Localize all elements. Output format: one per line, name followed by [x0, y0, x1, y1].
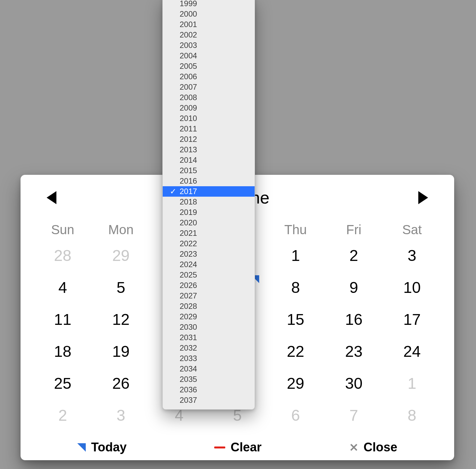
day-cell[interactable]: 26 [92, 374, 150, 392]
day-number: 8 [291, 279, 300, 296]
weekday-header: Fri [325, 222, 383, 239]
year-option[interactable]: ✓2025 [163, 270, 255, 280]
year-option-label: 2021 [180, 229, 197, 238]
day-number: 23 [345, 342, 362, 360]
day-cell[interactable]: 29 [92, 247, 150, 265]
day-cell[interactable]: 22 [266, 342, 325, 360]
year-option[interactable]: ✓2012 [163, 134, 255, 144]
year-option[interactable]: ✓2032 [163, 343, 255, 353]
year-option[interactable]: ✓2035 [163, 374, 255, 385]
year-option-label: 2024 [180, 260, 197, 269]
day-cell[interactable]: 18 [34, 342, 92, 360]
day-number: 1 [408, 374, 416, 392]
year-option[interactable]: ✓2011 [163, 124, 255, 134]
year-option[interactable]: ✓2000 [163, 9, 255, 19]
year-dropdown-list[interactable]: ✓1999✓2000✓2001✓2002✓2003✓2004✓2005✓2006… [162, 0, 255, 410]
year-option-label: 2016 [180, 176, 197, 186]
year-option-label: 2013 [180, 145, 197, 154]
year-option[interactable]: ✓2003 [163, 40, 255, 51]
year-option-label: 2009 [180, 103, 197, 113]
clear-button-label: Clear [231, 440, 261, 454]
day-cell[interactable]: 10 [383, 279, 441, 296]
day-cell[interactable]: 2 [325, 247, 383, 265]
day-cell[interactable]: 19 [92, 342, 150, 360]
day-cell[interactable]: 9 [325, 279, 383, 296]
day-cell[interactable]: 17 [383, 310, 441, 328]
year-option[interactable]: ✓2023 [163, 249, 255, 259]
year-option-label: 2014 [180, 156, 197, 165]
day-cell[interactable]: 8 [383, 406, 441, 424]
year-option[interactable]: ✓2006 [163, 71, 255, 82]
clear-button[interactable]: Clear [214, 440, 261, 454]
year-option[interactable]: ✓2019 [163, 207, 255, 218]
year-option[interactable]: ✓2016 [163, 176, 255, 186]
year-option[interactable]: ✓2036 [163, 385, 255, 395]
year-option[interactable]: ✓2008 [163, 92, 255, 103]
year-option[interactable]: ✓2007 [163, 82, 255, 92]
day-number: 3 [408, 247, 416, 265]
day-number: 29 [287, 374, 304, 392]
day-cell[interactable]: 6 [266, 406, 325, 424]
year-option[interactable]: ✓2004 [163, 51, 255, 61]
year-option[interactable]: ✓2009 [163, 103, 255, 113]
day-cell[interactable]: 11 [34, 310, 92, 328]
day-cell[interactable]: 16 [325, 310, 383, 328]
year-option-label: 2000 [180, 9, 197, 19]
day-number: 6 [291, 406, 300, 424]
day-cell[interactable]: 1 [383, 374, 441, 392]
year-option[interactable]: ✓2037 [163, 395, 255, 405]
year-option[interactable]: ✓2028 [163, 301, 255, 311]
year-option[interactable]: ✓2030 [163, 322, 255, 332]
year-option[interactable]: ✓2031 [163, 332, 255, 343]
year-option-label: 2015 [180, 166, 197, 175]
day-number: 10 [403, 279, 421, 296]
year-option[interactable]: ✓2017 [163, 186, 255, 197]
day-number: 25 [54, 374, 71, 392]
next-month-button[interactable] [418, 191, 428, 204]
day-cell[interactable]: 29 [266, 374, 325, 392]
year-option-label: 2037 [180, 396, 197, 405]
year-option[interactable]: ✓2015 [163, 165, 255, 176]
year-option[interactable]: ✓2013 [163, 144, 255, 155]
day-cell[interactable]: 8 [266, 279, 325, 296]
day-cell[interactable]: 3 [92, 406, 150, 424]
day-number: 26 [112, 374, 129, 392]
year-option[interactable]: ✓2002 [163, 30, 255, 40]
day-cell[interactable]: 12 [92, 310, 150, 328]
day-cell[interactable]: 2 [34, 406, 92, 424]
year-option[interactable]: ✓2022 [163, 238, 255, 249]
year-option-label: 2011 [180, 124, 197, 133]
year-option[interactable]: ✓2029 [163, 311, 255, 322]
year-option-label: 2020 [180, 218, 197, 227]
day-cell[interactable]: 4 [34, 279, 92, 296]
day-cell[interactable]: 25 [34, 374, 92, 392]
year-option[interactable]: ✓2005 [163, 61, 255, 71]
day-cell[interactable]: 23 [325, 342, 383, 360]
day-cell[interactable]: 15 [266, 310, 325, 328]
day-cell[interactable]: 24 [383, 342, 441, 360]
day-number: 7 [350, 406, 358, 424]
year-option[interactable]: ✓2027 [163, 291, 255, 301]
day-cell[interactable]: 30 [325, 374, 383, 392]
year-option-label: 2028 [180, 302, 197, 311]
year-option[interactable]: ✓2026 [163, 280, 255, 291]
prev-month-button[interactable] [47, 191, 56, 204]
year-option[interactable]: ✓1999 [163, 0, 255, 9]
today-button[interactable]: Today [77, 440, 126, 454]
year-option-label: 2026 [180, 281, 197, 290]
day-cell[interactable]: 1 [266, 247, 325, 265]
year-option[interactable]: ✓2021 [163, 228, 255, 238]
close-button[interactable]: ✕ Close [349, 440, 397, 454]
year-option[interactable]: ✓2020 [163, 218, 255, 228]
day-cell[interactable]: 7 [325, 406, 383, 424]
year-option[interactable]: ✓2001 [163, 19, 255, 30]
year-option[interactable]: ✓2014 [163, 155, 255, 165]
day-cell[interactable]: 5 [92, 279, 150, 296]
year-option[interactable]: ✓2018 [163, 197, 255, 207]
year-option[interactable]: ✓2010 [163, 113, 255, 124]
day-cell[interactable]: 3 [383, 247, 441, 265]
year-option[interactable]: ✓2024 [163, 259, 255, 270]
year-option[interactable]: ✓2033 [163, 353, 255, 364]
day-cell[interactable]: 28 [34, 247, 92, 265]
year-option[interactable]: ✓2034 [163, 364, 255, 374]
